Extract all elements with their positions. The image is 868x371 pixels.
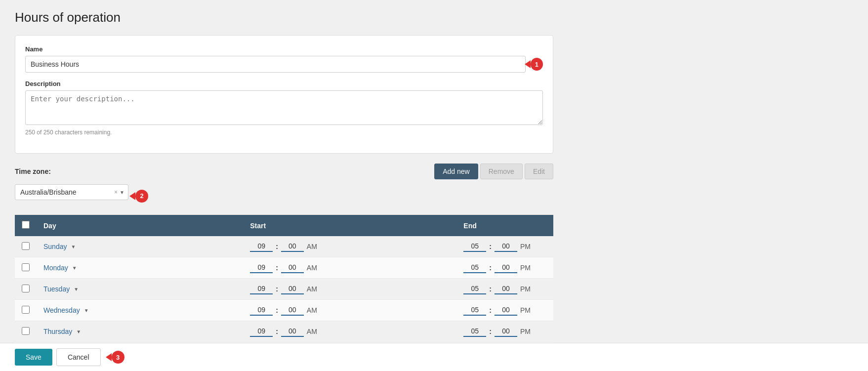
start-hour-input[interactable] [250, 262, 273, 273]
edit-button: Edit [525, 164, 553, 179]
day-name: Wednesday [43, 306, 80, 314]
end-min-input[interactable] [495, 262, 517, 273]
day-name: Monday [43, 264, 68, 272]
row-extra [539, 321, 553, 342]
badge-2: 2 [135, 190, 148, 203]
timezone-section: Time zone: Add new Remove Edit Australia… [15, 164, 553, 371]
header-checkbox-cell [15, 215, 37, 236]
end-min-input[interactable] [495, 326, 517, 337]
end-cell: : PM [456, 300, 539, 321]
row-extra [539, 300, 553, 321]
cancel-button[interactable]: Cancel [56, 348, 101, 366]
day-cell: Tuesday ▼ [37, 279, 243, 300]
day-cell: Thursday ▼ [37, 321, 243, 342]
description-label: Description [25, 80, 543, 87]
start-min-input[interactable] [281, 284, 304, 294]
timezone-select[interactable]: Australia/Brisbane [15, 184, 128, 200]
end-separator: : [489, 264, 492, 272]
day-name: Sunday [43, 243, 67, 250]
row-extra [539, 257, 553, 279]
header-start: Start [243, 215, 456, 236]
row-checkbox-cell [15, 236, 37, 257]
description-field-group: Description 250 of 250 characters remain… [25, 80, 543, 136]
end-hour-input[interactable] [463, 326, 486, 337]
row-checkbox[interactable] [22, 242, 30, 250]
end-min-input[interactable] [495, 305, 517, 316]
header-end: End [456, 215, 539, 236]
table-row: Sunday ▼ : AM : PM [15, 236, 553, 257]
start-period: AM [307, 264, 319, 272]
table-row: Tuesday ▼ : AM : PM [15, 279, 553, 300]
add-new-button[interactable]: Add new [434, 164, 478, 179]
day-name: Thursday [43, 328, 72, 335]
start-min-input[interactable] [281, 262, 304, 273]
start-separator: : [276, 306, 278, 314]
save-button[interactable]: Save [15, 349, 52, 366]
start-period: AM [307, 328, 319, 335]
start-hour-input[interactable] [250, 284, 273, 294]
day-cell: Sunday ▼ [37, 236, 243, 257]
end-separator: : [489, 328, 492, 335]
row-checkbox[interactable] [22, 285, 30, 292]
row-checkbox[interactable] [22, 327, 30, 335]
row-checkbox-cell [15, 257, 37, 279]
end-hour-input[interactable] [463, 305, 486, 316]
table-row: Wednesday ▼ : AM : PM [15, 300, 553, 321]
end-period: PM [520, 328, 533, 335]
end-cell: : PM [456, 279, 539, 300]
day-arrow-icon: ▼ [76, 329, 81, 334]
table-header-row: Day Start End [15, 215, 553, 236]
end-separator: : [489, 285, 492, 293]
name-description-card: Name 1 Description 250 of 250 characters… [15, 35, 553, 154]
start-cell: : AM [243, 236, 456, 257]
header-day: Day [37, 215, 243, 236]
description-input[interactable] [25, 90, 543, 125]
select-all-checkbox[interactable] [22, 221, 30, 229]
day-arrow-icon: ▼ [72, 265, 77, 271]
table-row: Monday ▼ : AM : PM [15, 257, 553, 279]
start-cell: : AM [243, 321, 456, 342]
end-cell: : PM [456, 236, 539, 257]
day-arrow-icon: ▼ [71, 244, 76, 249]
start-min-input[interactable] [281, 241, 304, 252]
end-cell: : PM [456, 321, 539, 342]
timezone-label: Time zone: [15, 167, 51, 175]
end-min-input[interactable] [495, 284, 517, 294]
start-hour-input[interactable] [250, 241, 273, 252]
end-min-input[interactable] [495, 241, 517, 252]
start-hour-input[interactable] [250, 326, 273, 337]
start-period: AM [307, 306, 319, 314]
end-hour-input[interactable] [463, 284, 486, 294]
start-min-input[interactable] [281, 326, 304, 337]
start-separator: : [276, 264, 278, 272]
end-separator: : [489, 243, 492, 250]
row-checkbox-cell [15, 321, 37, 342]
char-count: 250 of 250 characters remaining. [25, 129, 543, 136]
start-period: AM [307, 285, 319, 293]
name-label: Name [25, 45, 543, 53]
day-arrow-icon: ▼ [74, 287, 79, 292]
row-checkbox-cell [15, 279, 37, 300]
start-separator: : [276, 285, 278, 293]
name-input[interactable] [25, 56, 526, 73]
row-checkbox[interactable] [22, 263, 30, 271]
day-cell: Wednesday ▼ [37, 300, 243, 321]
timezone-select-wrapper: Australia/Brisbane × ▼ [15, 184, 128, 200]
row-checkbox-cell [15, 300, 37, 321]
day-arrow-icon: ▼ [84, 308, 89, 313]
end-hour-input[interactable] [463, 262, 486, 273]
start-hour-input[interactable] [250, 305, 273, 316]
footer-bar: Save Cancel 3 [0, 343, 868, 371]
badge-3: 3 [112, 351, 124, 364]
day-cell: Monday ▼ [37, 257, 243, 279]
badge-1: 1 [531, 58, 543, 71]
header-buttons: Add new Remove Edit [434, 164, 553, 179]
end-cell: : PM [456, 257, 539, 279]
start-min-input[interactable] [281, 305, 304, 316]
timezone-header: Time zone: Add new Remove Edit [15, 164, 553, 179]
row-extra [539, 279, 553, 300]
select-clear-icon[interactable]: × [114, 189, 118, 196]
table-row: Thursday ▼ : AM : PM [15, 321, 553, 342]
row-checkbox[interactable] [22, 306, 30, 314]
end-hour-input[interactable] [463, 241, 486, 252]
